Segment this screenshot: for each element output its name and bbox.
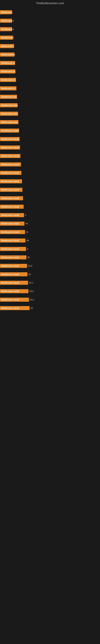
bar-row: Bottleneck result4 <box>0 211 100 219</box>
bar-row: Bottleneck result52 <box>0 304 100 312</box>
bar-row: Bottleneck <box>0 8 100 16</box>
bar-label: Bottleneck result <box>0 281 28 285</box>
bar-row: Bottleneck result <box>0 194 100 202</box>
bar-label: Bottleneck resu <box>0 120 18 124</box>
bar-label: Bottleneck result <box>0 213 24 217</box>
bar-row: Bottleneck res <box>0 93 100 100</box>
bar-row: Bottleneck re <box>0 51 100 58</box>
bar-label: Bottleneck result <box>0 188 22 192</box>
bar-label: Bottleneck result <box>0 247 26 251</box>
bar-label: Bottleneck r <box>0 19 12 23</box>
bar-row: Bottleneck resu <box>0 102 100 109</box>
bar-value: 53.1 <box>29 282 33 284</box>
bar-label: Bottleneck resu <box>0 103 18 107</box>
bar-label: Bottleneck r <box>0 36 13 40</box>
bar-row: Bottleneck re <box>0 59 100 67</box>
bar-row: Bottleneck r <box>0 42 100 50</box>
bar-label: Bottleneck result <box>0 179 22 183</box>
bar-row: Bottleneck result <box>0 178 100 185</box>
bar-label: Bottleneck result <box>0 256 26 260</box>
bar-row: Bottleneck result <box>0 127 100 134</box>
bar-label: Bottleneck resu <box>0 112 18 116</box>
bar-row: Bottleneck result44 <box>0 220 100 228</box>
bar-row: Bottleneck result54.1 <box>0 296 100 304</box>
bar-label: Bottleneck re <box>0 61 15 65</box>
bar-label: Bottleneck r <box>0 44 14 48</box>
bar-row: Bottleneck result53.5 <box>0 288 100 295</box>
bar-label: Bottleneck re <box>0 52 14 56</box>
bar-value: 50 <box>27 256 30 258</box>
bar-label: Bottleneck re <box>0 70 15 74</box>
bar-label: Bottleneck result <box>0 264 27 268</box>
bar-row: Bottleneck result <box>0 152 100 160</box>
bar-row: Bottleneck result <box>0 160 100 168</box>
bar-row: Bottleneck r <box>0 25 100 33</box>
bar-value: 52.9 <box>28 265 32 267</box>
bar-row: Bottleneck resu <box>0 118 100 126</box>
bar-label: Bottleneck result <box>0 222 24 226</box>
bar-label: Bottleneck r <box>0 27 12 31</box>
bar-label: Bottleneck result <box>0 128 19 132</box>
bar-row: Bottleneck result53.1 <box>0 279 100 286</box>
bar-row: Bottleneck result4 <box>0 245 100 253</box>
bar-row: Bottleneck result <box>0 135 100 143</box>
bar-value: 4 <box>25 214 26 216</box>
bar-label: Bottleneck result <box>0 137 20 141</box>
bar-label: Bottleneck result <box>0 154 20 158</box>
bar-label: Bottleneck result <box>0 171 21 175</box>
bar-row: Bottleneck re <box>0 68 100 75</box>
bar-row: Bottleneck result52.9 <box>0 262 100 270</box>
bar-row: Bottleneck result50 <box>0 254 100 261</box>
bar-label: Bottleneck <box>0 10 12 14</box>
bar-label: Bottleneck result <box>0 230 25 234</box>
bar-row: Bottleneck result <box>0 169 100 177</box>
bar-label: Bottleneck result <box>0 272 27 276</box>
bar-row: Bottleneck result52. <box>0 270 100 278</box>
bar-label: Bottleneck re <box>0 86 16 90</box>
bar-value: 52. <box>28 273 31 276</box>
bar-row: Bottleneck resu <box>0 110 100 118</box>
bar-label: Bottleneck result <box>0 289 28 293</box>
bar-row: Bottleneck result <box>0 186 100 194</box>
bar-row: Bottleneck result <box>0 144 100 151</box>
bar-label: Bottleneck result <box>0 238 25 242</box>
bar-label: Bottleneck result <box>0 196 23 200</box>
bar-value: 4 <box>27 248 28 250</box>
bar-value: 49 <box>26 239 29 242</box>
bar-label: Bottleneck result <box>0 298 29 302</box>
bar-label: Bottleneck result <box>0 162 21 166</box>
chart-container: BottleneckBottleneck rBottleneck rBottle… <box>0 6 100 315</box>
bar-label: Bottleneck result <box>0 306 30 310</box>
bar-row: Bottleneck result51 <box>0 228 100 236</box>
bar-row: Bottleneck result <box>0 203 100 210</box>
bar-value: 44 <box>25 222 28 225</box>
bar-row: Bottleneck re <box>0 76 100 84</box>
bar-label: Bottleneck result <box>0 146 20 150</box>
bar-value: 53.5 <box>29 290 34 292</box>
bar-label: Bottleneck result <box>0 205 24 209</box>
bar-row: Bottleneck r <box>0 34 100 42</box>
bar-row: Bottleneck result49 <box>0 237 100 244</box>
site-title: TheBottlenecker.com <box>0 0 100 6</box>
bar-value: 51 <box>26 231 28 233</box>
bar-row: Bottleneck r <box>0 17 100 24</box>
bar-label: Bottleneck res <box>0 95 17 99</box>
bar-value: 54.1 <box>30 298 34 301</box>
bar-value: 52 <box>31 307 33 309</box>
bar-label: Bottleneck re <box>0 78 16 82</box>
bar-row: Bottleneck re <box>0 84 100 92</box>
